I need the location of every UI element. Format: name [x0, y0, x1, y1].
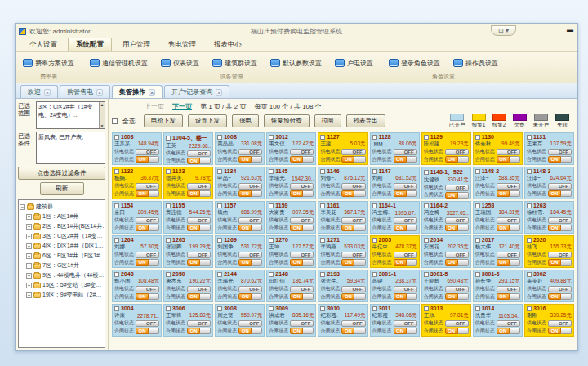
breaker-on-button[interactable]: ON [394, 190, 407, 197]
supply-off-toggle[interactable]: OFF [394, 149, 417, 155]
tab-close-icon[interactable]: × [149, 89, 155, 96]
breaker-toggle[interactable]: ON [445, 225, 469, 231]
minimize-button[interactable]: ▬ [566, 26, 574, 33]
meter-card[interactable]: 2005 牛亿中 478.37元 供电状态 OFF 合闸状态 ON [370, 235, 420, 268]
breaker-off-stub[interactable] [149, 190, 159, 197]
breaker-on-button[interactable]: ON [548, 156, 561, 163]
breaker-toggle[interactable]: ON [341, 156, 365, 163]
supply-off-toggle[interactable]: OFF [497, 217, 520, 224]
meter-card[interactable]: 1012 韦文仪. 122.42元 供电状态 OFF 合闸状态 ON [266, 132, 316, 165]
breaker-on-button[interactable]: ON [238, 156, 252, 163]
breaker-off-stub[interactable] [149, 225, 159, 231]
breaker-toggle[interactable]: ON [290, 156, 314, 163]
tree-item[interactable]: + 19区：9#变电站（2#… [20, 290, 104, 300]
expand-icon[interactable]: + [26, 234, 32, 239]
expand-icon[interactable]: + [26, 263, 32, 269]
supply-off-toggle[interactable]: OFF [548, 217, 572, 224]
meter-card[interactable]: 2014 安国花 202.35元 供电状态 OFF 合闸状态 ON [421, 235, 471, 268]
scroll-down-icon[interactable]: ▼ [100, 123, 105, 128]
meter-card[interactable]: 1148-3 汪泽~ 624.64元 供电状态 OFF 合闸状态 ON [524, 167, 574, 199]
card-checkbox[interactable] [424, 203, 429, 208]
card-checkbox[interactable] [424, 272, 429, 277]
supply-off-toggle[interactable]: OFF [445, 149, 469, 155]
meter-card[interactable]: 2193 张先生. 59.34元 供电状态 OFF 合闸状态 ON [318, 270, 368, 302]
card-checkbox[interactable] [372, 135, 377, 140]
supply-off-toggle[interactable]: OFF [341, 217, 365, 224]
expand-icon[interactable]: + [26, 273, 32, 279]
supply-off-toggle[interactable]: OFF [341, 320, 365, 327]
breaker-toggle[interactable]: ON [548, 225, 572, 231]
breaker-off-stub[interactable] [252, 190, 262, 197]
breaker-on-button[interactable]: ON [497, 156, 510, 163]
breaker-off-stub[interactable] [561, 259, 572, 266]
breaker-on-button[interactable]: ON [548, 190, 561, 197]
breaker-toggle[interactable]: ON [341, 293, 365, 300]
breaker-toggle[interactable]: ON [238, 156, 262, 163]
breaker-on-button[interactable]: ON [136, 328, 149, 334]
supply-off-toggle[interactable]: OFF [548, 149, 572, 155]
breaker-on-button[interactable]: ON [548, 259, 561, 266]
breaker-on-button[interactable]: ON [445, 156, 458, 163]
breaker-on-button[interactable]: ON [341, 328, 354, 334]
supply-off-toggle[interactable]: OFF [341, 286, 365, 292]
breaker-toggle[interactable]: ON [394, 225, 417, 231]
supply-off-toggle[interactable]: OFF [341, 252, 365, 258]
selected-condition-box[interactable]: 新风表, 已开户表; [36, 132, 105, 164]
breaker-off-stub[interactable] [510, 225, 520, 231]
card-checkbox[interactable] [269, 203, 274, 208]
card-checkbox[interactable] [166, 306, 171, 311]
card-checkbox[interactable] [217, 272, 222, 277]
breaker-toggle[interactable]: ON [394, 328, 417, 334]
breaker-toggle[interactable]: ON [394, 259, 417, 266]
breaker-on-button[interactable]: ON [290, 190, 303, 197]
breaker-toggle[interactable]: ON [497, 328, 520, 334]
refresh-button[interactable]: 刷新 [40, 182, 84, 195]
breaker-toggle[interactable]: ON [290, 225, 314, 231]
breaker-on-button[interactable]: ON [394, 156, 407, 163]
breaker-toggle[interactable]: ON [187, 259, 211, 266]
breaker-on-button[interactable]: ON [187, 158, 200, 164]
breaker-toggle[interactable]: ON [341, 328, 365, 334]
breaker-toggle[interactable]: ON [238, 293, 262, 300]
meter-card[interactable]: 3001-1 高键 238.37元 供电状态 OFF 合闸状态 ON [370, 270, 420, 302]
menu-item[interactable]: 报表中心 [207, 38, 249, 51]
breaker-off-stub[interactable] [458, 328, 469, 334]
card-checkbox[interactable] [320, 135, 325, 140]
breaker-on-button[interactable]: ON [238, 328, 252, 334]
card-checkbox[interactable] [475, 272, 480, 277]
meter-card[interactable]: 1128 -MM-. 88.06元 供电状态 OFF 合闸状态 ON [370, 132, 420, 165]
supply-off-toggle[interactable]: OFF [136, 183, 159, 190]
card-checkbox[interactable] [527, 238, 532, 243]
supply-off-toggle[interactable]: OFF [341, 183, 365, 190]
toolbar-button[interactable]: 设置下发 [188, 114, 227, 127]
card-checkbox[interactable] [166, 272, 171, 277]
meter-card[interactable]: 1004-5、楼一 王英 2329.66.. 供电状态 OFF 合闸状态 ON [163, 132, 213, 165]
ribbon-button[interactable]: 建筑群设置 [210, 57, 260, 69]
breaker-toggle[interactable]: ON [238, 225, 262, 231]
range-scrollbar[interactable]: ▲▼ [99, 102, 105, 128]
meter-card[interactable]: 1131 王素芹. 137.59元 供电状态 OFF 合闸状态 ON [524, 132, 574, 165]
breaker-toggle[interactable]: ON [445, 328, 469, 334]
meter-card[interactable]: 1132 杨娟. 36.37元 供电状态 OFF 合闸状态 ON [112, 167, 162, 199]
meter-card[interactable]: 3009 洪成君 885.16元 供电状态 OFF 合闸状态 ON [266, 304, 316, 337]
ribbon-button[interactable]: 通信管理机设置 [87, 57, 150, 69]
meter-card[interactable]: 1271 李鸿燕 533.03元 供电状态 OFF 合闸状态 ON [318, 235, 368, 268]
breaker-toggle[interactable]: ON [290, 259, 314, 266]
document-tab[interactable]: 集管操作 × [112, 85, 163, 98]
supply-off-toggle[interactable]: OFF [548, 320, 572, 327]
meter-card[interactable]: 1133 德井美. 9.78元 供电状态 OFF 合闸状态 ON [163, 167, 213, 199]
meter-card[interactable]: 1161 李美花 367.17元 供电状态 OFF 合闸状态 ON [318, 201, 368, 234]
breaker-off-stub[interactable] [200, 259, 211, 266]
tab-close-icon[interactable]: × [216, 89, 222, 96]
breaker-off-stub[interactable] [561, 293, 572, 300]
breaker-toggle[interactable]: ON [136, 259, 159, 266]
supply-off-toggle[interactable]: OFF [548, 252, 572, 258]
breaker-on-button[interactable]: ON [445, 192, 458, 199]
breaker-off-stub[interactable] [200, 190, 211, 197]
breaker-off-stub[interactable] [407, 156, 417, 163]
meter-card[interactable]: 1264 刘娜. 57.30元 供电状态 OFF 合闸状态 ON [112, 235, 162, 268]
breaker-on-button[interactable]: ON [187, 293, 200, 300]
breaker-off-stub[interactable] [561, 156, 572, 163]
breaker-off-stub[interactable] [510, 293, 520, 300]
scroll-up-icon[interactable]: ▲ [100, 102, 105, 107]
